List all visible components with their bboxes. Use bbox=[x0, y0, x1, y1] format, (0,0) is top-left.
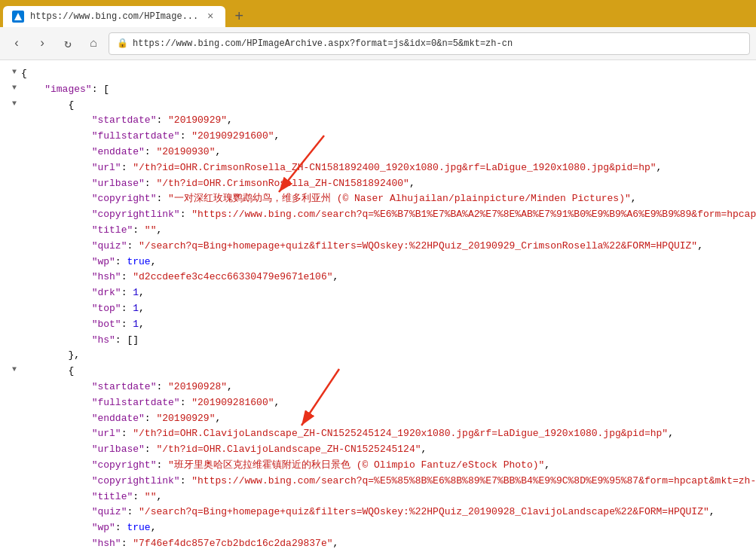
json-toggle-placeholder bbox=[12, 520, 21, 532]
tab-favicon bbox=[12, 11, 24, 23]
json-value-bool: true bbox=[127, 520, 150, 536]
json-key: "hs" bbox=[92, 333, 115, 349]
json-value-string: "/search?q=Bing+homepage+quiz&filters=WQ… bbox=[139, 239, 697, 255]
json-value-string: "/search?q=Bing+homepage+quiz&filters=WQ… bbox=[139, 505, 709, 520]
json-comma: , bbox=[215, 411, 221, 427]
json-comma: , bbox=[333, 270, 339, 285]
json-comma: , bbox=[274, 129, 280, 145]
json-colon: : bbox=[121, 536, 133, 552]
json-indent bbox=[21, 395, 92, 411]
url-text: https://www.bing.com/HPImageArchive.aspx… bbox=[133, 38, 513, 49]
json-value-number: 1 bbox=[133, 285, 139, 301]
json-toggle-placeholder bbox=[12, 176, 21, 188]
json-indent bbox=[21, 98, 68, 114]
json-bracket: }, bbox=[68, 348, 80, 364]
json-key: "title" bbox=[92, 223, 133, 239]
json-colon: : bbox=[121, 285, 133, 301]
json-line: "enddate": "20190929", bbox=[12, 411, 744, 427]
json-key: "copyrightlink" bbox=[92, 474, 180, 489]
json-indent bbox=[21, 176, 92, 192]
json-line: "copyrightlink": "https://www.bing.com/s… bbox=[12, 474, 744, 489]
json-value-number: 1 bbox=[133, 301, 139, 317]
json-line: "wp": true, bbox=[12, 255, 744, 270]
active-tab[interactable]: https://www.bing.com/HPImage... × bbox=[3, 6, 225, 27]
json-indent bbox=[21, 442, 92, 458]
json-key: "copyright" bbox=[92, 458, 157, 474]
json-toggle-placeholder bbox=[12, 207, 21, 219]
json-key: "enddate" bbox=[92, 145, 145, 160]
json-colon: : bbox=[145, 442, 157, 458]
json-value-string: "/th?id=OHR.ClavijoLandscape_ZH-CN152524… bbox=[133, 426, 668, 442]
json-colon: : bbox=[121, 160, 133, 176]
json-line: "title": "", bbox=[12, 223, 744, 239]
json-comma: , bbox=[544, 458, 550, 474]
json-key: "copyright" bbox=[92, 191, 157, 207]
json-key: "hsh" bbox=[92, 270, 121, 285]
json-key: "fullstartdate" bbox=[92, 129, 180, 145]
json-indent bbox=[21, 474, 92, 489]
json-toggle[interactable]: ▼ bbox=[12, 66, 21, 78]
url-bar[interactable]: 🔒 https://www.bing.com/HPImageArchive.as… bbox=[109, 32, 750, 55]
back-button[interactable]: ‹ bbox=[6, 33, 27, 54]
json-comma: , bbox=[156, 223, 162, 239]
json-toggle[interactable]: ▼ bbox=[12, 98, 21, 110]
json-key: "quiz" bbox=[92, 505, 127, 520]
json-indent bbox=[21, 207, 92, 223]
json-indent bbox=[21, 317, 92, 333]
json-indent bbox=[21, 223, 92, 239]
json-comma: , bbox=[697, 239, 703, 255]
json-toggle-placeholder bbox=[12, 239, 21, 251]
json-line: "hsh": "7f46ef4dc857e7cb2bdc16c2da29837e… bbox=[12, 536, 744, 552]
json-colon: : bbox=[156, 113, 168, 129]
json-toggle-placeholder bbox=[12, 285, 21, 297]
new-tab-button[interactable]: + bbox=[228, 6, 249, 27]
json-toggle-placeholder bbox=[12, 301, 21, 313]
json-toggle-placeholder bbox=[12, 474, 21, 486]
json-colon: : bbox=[115, 333, 127, 349]
json-value-bracket: [] bbox=[127, 333, 139, 349]
home-button[interactable]: ⌂ bbox=[83, 33, 104, 54]
tab-close-button[interactable]: × bbox=[204, 11, 216, 23]
json-comma: , bbox=[156, 489, 162, 505]
json-line: "top": 1, bbox=[12, 301, 744, 317]
json-toggle-placeholder bbox=[12, 411, 21, 423]
json-line: "quiz": "/search?q=Bing+homepage+quiz&fi… bbox=[12, 505, 744, 520]
json-key: "copyrightlink" bbox=[92, 207, 180, 223]
json-indent bbox=[21, 285, 92, 301]
json-line: "url": "/th?id=OHR.CrimsonRosella_ZH-CN1… bbox=[12, 160, 744, 176]
json-colon: : bbox=[121, 270, 133, 285]
json-value-string: "班牙里奥哈区克拉维霍镇附近的秋日景色 (© Olimpio Fantuz/eS… bbox=[168, 458, 544, 474]
json-indent bbox=[21, 82, 44, 98]
json-bracket: { bbox=[68, 98, 74, 114]
json-line: "title": "", bbox=[12, 489, 744, 505]
json-toggle-placeholder bbox=[12, 333, 21, 345]
json-line: ▼ { bbox=[12, 66, 744, 82]
forward-button[interactable]: › bbox=[32, 33, 53, 54]
json-comma: , bbox=[227, 380, 233, 395]
json-value-string: "20190930" bbox=[156, 145, 215, 160]
json-bracket: { bbox=[21, 66, 27, 82]
json-line: "bot": 1, bbox=[12, 317, 744, 333]
json-toggle[interactable]: ▼ bbox=[12, 364, 21, 376]
json-indent bbox=[21, 145, 92, 160]
json-line: "urlbase": "/th?id=OHR.ClavijoLandscape_… bbox=[12, 442, 744, 458]
json-colon: : bbox=[180, 474, 192, 489]
json-toggle-placeholder bbox=[12, 395, 21, 407]
refresh-button[interactable]: ↻ bbox=[57, 33, 78, 54]
json-toggle-placeholder bbox=[12, 442, 21, 454]
json-line: "drk": 1, bbox=[12, 285, 744, 301]
json-value-string: "d2ccdeefe3c4ecc66330479e9671e106" bbox=[133, 270, 332, 285]
json-line: "startdate": "20190928", bbox=[12, 380, 744, 395]
json-value-bool: true bbox=[127, 255, 150, 270]
json-colon: : bbox=[121, 301, 133, 317]
json-comma: , bbox=[139, 317, 145, 333]
json-indent bbox=[21, 255, 92, 270]
json-line: ▼ { bbox=[12, 98, 744, 114]
tab-bar: https://www.bing.com/HPImage... × + bbox=[0, 0, 756, 27]
json-toggle-placeholder bbox=[12, 255, 21, 267]
json-toggle-placeholder bbox=[12, 489, 21, 502]
json-toggle[interactable]: ▼ bbox=[12, 82, 21, 94]
json-key: "title" bbox=[92, 489, 133, 505]
json-toggle-placeholder bbox=[12, 380, 21, 392]
json-key: "wp" bbox=[92, 255, 115, 270]
